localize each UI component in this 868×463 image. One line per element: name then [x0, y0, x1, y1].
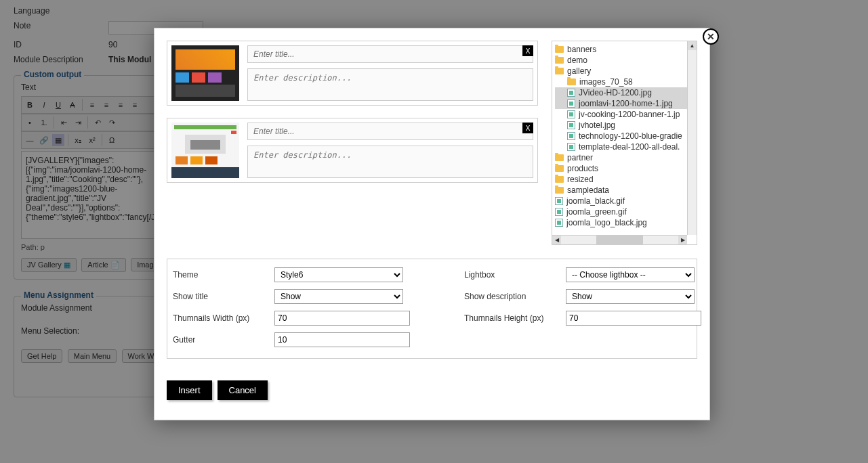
image-icon: [567, 100, 575, 108]
image-icon: [567, 143, 575, 151]
showtitle-label: Show title: [173, 292, 274, 301]
thumbnail: [171, 123, 239, 178]
tree-folder[interactable]: partner: [555, 152, 694, 163]
thumbh-label: Thumnails Height (px): [464, 313, 566, 323]
image-icon: [567, 89, 575, 97]
description-input[interactable]: [247, 68, 533, 101]
remove-item-button[interactable]: X: [522, 45, 533, 56]
folder-icon: [555, 68, 564, 74]
gutter-label: Gutter: [173, 335, 274, 345]
tree-file[interactable]: jvhotel.jpg: [555, 120, 694, 131]
thumbnail: [171, 45, 239, 101]
showtitle-select[interactable]: Show: [274, 289, 403, 304]
image-item: X: [167, 118, 538, 183]
scroll-up-icon[interactable]: ▲: [688, 41, 697, 50]
gutter-input[interactable]: [274, 332, 410, 347]
tree-folder[interactable]: banners: [555, 44, 694, 55]
insert-button[interactable]: Insert: [167, 380, 212, 400]
tree-file[interactable]: joomlavi-1200-home-1.jpg: [555, 98, 694, 109]
description-input[interactable]: [247, 146, 533, 178]
image-icon: [567, 132, 575, 140]
folder-icon: [555, 165, 564, 172]
tree-file[interactable]: JVideo-HD-1200.jpg: [555, 87, 694, 98]
tree-folder[interactable]: images_70_58: [555, 76, 694, 87]
tree-folder[interactable]: gallery: [555, 66, 694, 76]
theme-label: Theme: [173, 270, 274, 280]
tree-folder[interactable]: sampledata: [555, 185, 694, 196]
showdesc-label: Show description: [464, 292, 566, 301]
tree-folder[interactable]: products: [555, 163, 694, 174]
tree-file[interactable]: joomla_green.gif: [555, 206, 694, 217]
remove-item-button[interactable]: X: [522, 123, 533, 133]
tree-folder[interactable]: demo: [555, 55, 694, 66]
image-icon: [555, 197, 563, 205]
title-input[interactable]: [247, 45, 533, 63]
cancel-button[interactable]: Cancel: [218, 380, 268, 400]
thumbw-label: Thumnails Width (px): [173, 313, 274, 323]
theme-select[interactable]: Style6: [274, 267, 403, 282]
title-input[interactable]: [247, 123, 533, 140]
thumbh-input[interactable]: [566, 311, 701, 326]
folder-icon: [555, 154, 564, 161]
showdesc-select[interactable]: Show: [566, 289, 695, 304]
image-item: X: [167, 41, 538, 106]
scrollbar-vertical[interactable]: ▲: [687, 41, 697, 235]
thumbw-input[interactable]: [274, 311, 410, 326]
image-icon: [567, 110, 575, 118]
tree-file[interactable]: technology-1200-blue-gradie: [555, 131, 694, 141]
scrollbar-horizontal[interactable]: ◀▶: [552, 235, 687, 244]
folder-icon: [555, 187, 564, 194]
lightbox-select[interactable]: -- Choose ligthbox --: [566, 267, 695, 282]
tree-file[interactable]: joomla_black.gif: [555, 196, 694, 206]
folder-icon: [555, 57, 564, 64]
image-icon: [567, 121, 575, 129]
tree-folder[interactable]: resized: [555, 174, 694, 185]
tree-file[interactable]: jv-cooking-1200-banner-1.jp: [555, 109, 694, 120]
tree-file[interactable]: joomla_logo_black.jpg: [555, 217, 694, 228]
tree-file[interactable]: template-deal-1200-all-deal.: [555, 141, 694, 152]
scroll-right-icon[interactable]: ▶: [678, 236, 687, 244]
scroll-left-icon[interactable]: ◀: [552, 236, 561, 244]
file-tree[interactable]: banners demo gallery images_70_58 JVideo…: [552, 41, 697, 245]
jvgallery-modal: X: [154, 28, 710, 420]
image-icon: [555, 219, 563, 227]
folder-icon: [555, 46, 564, 53]
close-icon[interactable]: ✕: [703, 28, 719, 45]
folder-icon: [555, 176, 564, 183]
lightbox-label: Lightbox: [464, 270, 566, 280]
image-icon: [555, 208, 563, 216]
options-panel: Theme Style6 Lightbox -- Choose ligthbox…: [167, 259, 697, 359]
folder-icon: [567, 79, 576, 85]
